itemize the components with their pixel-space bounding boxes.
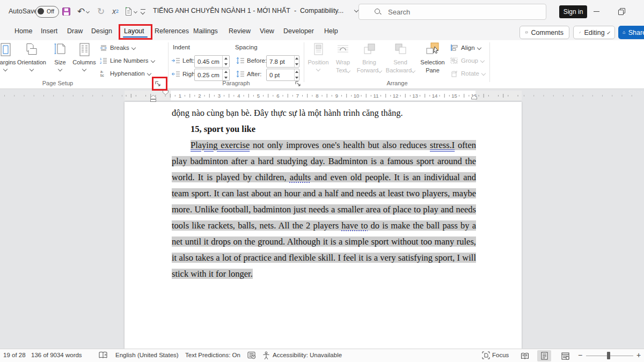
document-page[interactable]: động nào cùng bạn bè. Đây thực sự là một… bbox=[125, 102, 522, 349]
undo-button[interactable]: ↶ bbox=[75, 4, 91, 18]
editing-button[interactable]: Editing bbox=[573, 26, 615, 39]
spacing-after-input[interactable] bbox=[267, 69, 294, 80]
restore-icon-back bbox=[618, 10, 624, 15]
hyphenation-button[interactable]: a- bc Hyphenation bbox=[100, 70, 151, 77]
tab-references[interactable]: References bbox=[155, 27, 189, 35]
tab-help[interactable]: Help bbox=[324, 27, 338, 35]
line-numbers-button[interactable]: 1 2 Line Numbers bbox=[100, 57, 155, 64]
tab-insert[interactable]: Insert bbox=[41, 27, 57, 35]
grammar-flag-stress[interactable]: stress.I bbox=[430, 140, 455, 150]
tab-view[interactable]: View bbox=[260, 27, 274, 35]
document-title[interactable]: TIẾNG ANH CHUYÊN NGÀNH 1 - MỚI NHẤT - Co… bbox=[153, 7, 358, 14]
redo-button[interactable]: ↻ bbox=[96, 4, 106, 18]
orientation-icon bbox=[24, 42, 40, 58]
minimize-button[interactable] bbox=[594, 11, 599, 12]
sign-in-button[interactable]: Sign in bbox=[559, 5, 587, 18]
svg-text:1: 1 bbox=[100, 57, 102, 61]
wrap-text-button[interactable]: Wrap Text bbox=[332, 42, 354, 74]
ruler-number: 5 bbox=[255, 93, 262, 99]
paste-button[interactable] bbox=[122, 4, 139, 18]
grammar-flag-playing-exercise[interactable]: Playing exercise bbox=[191, 140, 250, 150]
spacing-before-input[interactable] bbox=[267, 56, 294, 67]
read-mode-button[interactable] bbox=[518, 350, 532, 361]
search-input[interactable] bbox=[387, 8, 539, 17]
indent-right-input[interactable] bbox=[195, 69, 222, 80]
accessibility-status[interactable]: Accessibility: Unavailable bbox=[273, 352, 342, 358]
tab-mailings[interactable]: Mailings bbox=[193, 27, 218, 35]
spin-up-icon[interactable] bbox=[295, 56, 299, 62]
paragraph-text[interactable]: not only improves one's health but also … bbox=[250, 140, 430, 150]
columns-button[interactable]: Columns bbox=[71, 42, 98, 71]
spacing-before-spinner[interactable] bbox=[294, 56, 299, 67]
tab-home[interactable]: Home bbox=[14, 27, 32, 35]
indent-left-input[interactable] bbox=[195, 56, 222, 67]
first-line-indent-marker[interactable] bbox=[163, 90, 169, 95]
text-predictions-indicator[interactable]: Text Predictions: On bbox=[185, 352, 240, 358]
print-layout-button[interactable] bbox=[537, 350, 551, 361]
size-button[interactable]: Size bbox=[49, 42, 71, 71]
selection-pane-button[interactable]: Selection Pane bbox=[418, 42, 448, 74]
tab-design[interactable]: Design bbox=[91, 27, 112, 35]
indent-left-spinner[interactable] bbox=[222, 56, 229, 67]
comments-button[interactable]: Comments bbox=[519, 26, 569, 39]
customize-quick-access-button[interactable] bbox=[138, 4, 147, 18]
paragraph-previous[interactable]: động nào cùng bạn bè. Đây thực sự là một… bbox=[172, 105, 476, 121]
zoom-out-button[interactable]: − bbox=[578, 351, 582, 359]
tab-draw[interactable]: Draw bbox=[67, 27, 83, 35]
zoom-slider-handle[interactable] bbox=[607, 352, 610, 359]
indent-right-spinner[interactable] bbox=[222, 69, 229, 80]
page-number-indicator[interactable]: 19 of 28 bbox=[3, 352, 26, 358]
subscript-button[interactable]: x2 bbox=[111, 4, 120, 18]
paste-dropdown-icon[interactable] bbox=[133, 9, 137, 13]
focus-mode-label[interactable]: Focus bbox=[492, 352, 509, 358]
orientation-button[interactable]: Orientation bbox=[15, 42, 48, 71]
position-button[interactable]: Position bbox=[306, 42, 331, 71]
spacing-after-spinner[interactable] bbox=[294, 69, 299, 80]
tab-developer[interactable]: Developer bbox=[283, 27, 314, 35]
proofing-errors-icon[interactable] bbox=[99, 351, 108, 359]
editor-icon[interactable] bbox=[247, 351, 256, 359]
language-indicator[interactable]: English (United States) bbox=[115, 352, 179, 358]
group-button[interactable]: Group bbox=[450, 57, 484, 64]
bring-forward-dropdown-icon bbox=[378, 69, 382, 73]
word-count-indicator[interactable]: 136 of 9034 words bbox=[31, 352, 82, 358]
indent-right-field[interactable] bbox=[194, 69, 230, 81]
send-backward-button[interactable]: Send Backward bbox=[384, 42, 416, 74]
align-button[interactable]: Align bbox=[450, 44, 481, 51]
spin-up-icon[interactable] bbox=[295, 69, 299, 75]
ruler-number: 13 bbox=[412, 93, 419, 99]
horizontal-ruler[interactable]: 1 2 3 4 5 6 7 8 9 10 11 12 13 14 15 16 bbox=[125, 91, 522, 100]
rotate-button[interactable]: Rotate bbox=[450, 70, 485, 77]
search-box[interactable] bbox=[358, 4, 546, 20]
zoom-in-button[interactable]: + bbox=[636, 351, 641, 359]
selected-paragraph[interactable]: Playing exercise not only improves one's… bbox=[172, 137, 476, 282]
spin-up-icon[interactable] bbox=[223, 69, 229, 75]
save-icon bbox=[62, 7, 71, 16]
share-button[interactable]: Share bbox=[618, 26, 644, 39]
accessibility-icon[interactable] bbox=[262, 351, 270, 360]
indent-left-field[interactable] bbox=[194, 55, 230, 68]
selection-pane-label-line2: Pane bbox=[426, 67, 440, 74]
web-layout-button[interactable] bbox=[558, 350, 572, 361]
breaks-button[interactable]: Breaks bbox=[100, 44, 135, 51]
spacing-before-field[interactable] bbox=[266, 55, 299, 68]
autosave-toggle[interactable]: Off bbox=[35, 6, 59, 18]
tab-review[interactable]: Review bbox=[229, 27, 251, 35]
ruler-number: 12 bbox=[392, 93, 399, 99]
suggestion-flag-have-to[interactable]: have to bbox=[341, 220, 368, 231]
bring-forward-button[interactable]: Bring Forward bbox=[355, 42, 383, 74]
spin-down-icon[interactable] bbox=[295, 62, 299, 68]
right-indent-marker[interactable] bbox=[471, 95, 477, 100]
save-button[interactable] bbox=[60, 4, 72, 18]
spin-up-icon[interactable] bbox=[223, 56, 229, 62]
position-label: Position bbox=[308, 59, 328, 66]
restore-button[interactable] bbox=[618, 8, 625, 15]
spin-down-icon[interactable] bbox=[223, 62, 229, 68]
wrap-text-dropdown-icon bbox=[346, 69, 350, 73]
paragraph-dialog-launcher[interactable] bbox=[295, 79, 302, 87]
section-heading[interactable]: 15, sport you like bbox=[172, 121, 476, 137]
suggestion-flag-adults[interactable]: adults bbox=[290, 172, 311, 182]
focus-mode-icon[interactable] bbox=[482, 351, 490, 359]
left-indent-marker[interactable] bbox=[150, 95, 156, 102]
undo-dropdown-icon[interactable] bbox=[86, 9, 90, 13]
